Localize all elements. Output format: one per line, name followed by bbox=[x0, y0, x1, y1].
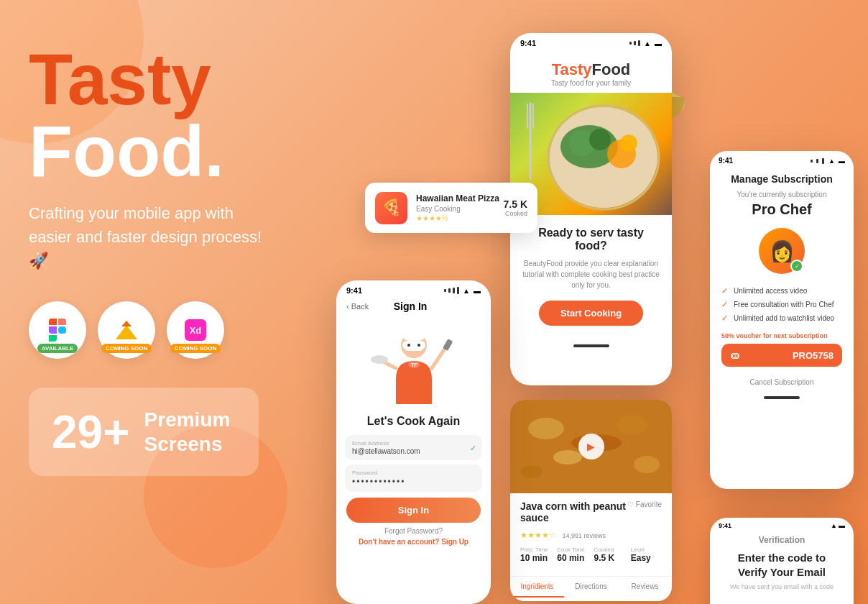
svg-point-5 bbox=[407, 344, 410, 347]
food-app-header: TastyFood Tasty food for your family bbox=[510, 50, 672, 93]
verification-phone: 9:41 ▲ ▬ Verification Enter the code to … bbox=[710, 518, 854, 604]
svg-text:TF: TF bbox=[411, 362, 417, 367]
food-card-name: Hawaiian Meat Pizza bbox=[416, 193, 504, 203]
feature-label-2: Free consultation with Pro Chef bbox=[734, 301, 834, 308]
main-battery-icon: ▬ bbox=[655, 40, 662, 47]
verify-status-bar: 9:41 ▲ ▬ bbox=[710, 518, 854, 531]
video-info: Java corn with peanut sauce ★★★★☆ 14,991… bbox=[510, 493, 672, 570]
xd-badge-label: COMING SOON bbox=[170, 344, 221, 353]
sub-status-bar: 9:41 ▲ ▬ bbox=[710, 151, 854, 168]
cancel-subscription-btn[interactable]: Cancel Subscription bbox=[710, 371, 854, 393]
premium-text: Premium Screens bbox=[144, 408, 231, 456]
hero-title: Tasty Food. bbox=[29, 43, 302, 187]
food-card-info: Hawaiian Meat Pizza Easy Cooking ★★★★½ bbox=[416, 193, 504, 222]
feature-check-icon-1: ✓ bbox=[721, 286, 728, 296]
subscription-phone: 9:41 ▲ ▬ Manage Subscription You're curr… bbox=[710, 151, 854, 489]
main-time: 9:41 bbox=[520, 39, 536, 47]
svg-point-16 bbox=[589, 129, 611, 150]
sub-feature-3: ✓ Unlimited add to watchlist video bbox=[710, 311, 854, 325]
video-stars: ★★★★☆ bbox=[520, 531, 556, 539]
home-indicator bbox=[573, 344, 609, 347]
video-reviews: 14,991 reviews bbox=[562, 532, 606, 539]
sub-home-indicator bbox=[764, 396, 800, 399]
voucher-label: 50% voucher for next subscription bbox=[721, 332, 842, 339]
verify-status-icons: ▲ ▬ bbox=[831, 522, 845, 529]
food-card-category: Easy Cooking bbox=[416, 205, 504, 213]
verify-heading: Enter the code to Verify Your Email bbox=[720, 551, 844, 579]
video-title: Java corn with peanut sauce bbox=[520, 500, 627, 523]
play-button[interactable]: ▶ bbox=[578, 434, 604, 459]
food-card-overlay[interactable]: 🍕 Hawaiian Meat Pizza Easy Cooking ★★★★½… bbox=[365, 183, 537, 233]
svg-line-7 bbox=[432, 347, 446, 368]
signal-bar-3 bbox=[453, 288, 455, 293]
cooked-value: 9.5 K bbox=[594, 553, 625, 563]
sub-voucher-section: 50% voucher for next subscription 🎟 PRO5… bbox=[710, 325, 854, 371]
sub-plan-name: Pro Chef bbox=[710, 201, 854, 218]
figma-badge[interactable]: AVAILABLE bbox=[29, 301, 86, 359]
verify-battery-icon: ▬ bbox=[839, 522, 845, 529]
password-field[interactable]: Password •••••••••••• bbox=[345, 465, 482, 492]
cook-value: 60 min bbox=[557, 553, 588, 563]
svg-point-29 bbox=[634, 456, 660, 473]
favorite-button[interactable]: ♡ Favorite bbox=[627, 500, 662, 508]
level-value: Easy bbox=[631, 553, 662, 563]
svg-point-10 bbox=[371, 355, 388, 364]
sketch-icon bbox=[116, 321, 137, 339]
avatar-badge: ✓ bbox=[790, 260, 803, 273]
tool-badges: AVAILABLE COMING SOON Xd COMING SOON bbox=[29, 301, 302, 359]
status-icons: ▲ ▬ bbox=[444, 287, 481, 295]
app-tagline: Tasty food for your family bbox=[522, 79, 660, 87]
chef-illustration-svg: TF bbox=[371, 325, 457, 404]
app-name-tasty: Tasty bbox=[552, 60, 592, 78]
left-section: Tasty Food. Crafting your mobile app wit… bbox=[0, 0, 331, 604]
svg-rect-2 bbox=[402, 341, 425, 349]
ready-text-section: Ready to serv tasty food? BeautyFood pro… bbox=[510, 215, 672, 337]
cooked-count: Cooked 9.5 K bbox=[594, 546, 625, 563]
video-tabs: Ingridients Directions Reviews bbox=[510, 576, 672, 598]
sub-title: Manage Subscription bbox=[710, 168, 854, 191]
back-button[interactable]: ‹ Back bbox=[346, 302, 369, 311]
sub-time: 9:41 bbox=[719, 157, 733, 165]
prep-value: 10 min bbox=[520, 553, 551, 563]
signin-title: Sign In bbox=[369, 301, 452, 312]
email-field[interactable]: Email Address hi@stellawatson.com ✓ bbox=[345, 435, 482, 460]
main-wifi-icon: ▲ bbox=[644, 40, 651, 47]
cooked-label: Cooked bbox=[594, 546, 625, 553]
start-cooking-button[interactable]: Start Cooking bbox=[539, 301, 643, 326]
premium-box: 29+ Premium Screens bbox=[29, 388, 259, 476]
signup-link-text[interactable]: Sign Up bbox=[441, 538, 468, 546]
sub-status-icons: ▲ ▬ bbox=[810, 157, 845, 165]
lets-cook-text: Let's Cook Again bbox=[336, 415, 491, 428]
video-phone: ▶ Java corn with peanut sauce ★★★★☆ 14,9… bbox=[510, 400, 672, 601]
xd-icon: Xd bbox=[185, 319, 206, 341]
xd-badge[interactable]: Xd COMING SOON bbox=[167, 301, 224, 359]
signal-bar-4 bbox=[457, 287, 459, 294]
signup-prompt: Don't have an account? Sign Up bbox=[336, 538, 491, 546]
voucher-box[interactable]: 🎟 PRO5758 bbox=[721, 344, 842, 367]
svg-rect-4 bbox=[402, 331, 425, 338]
ready-title: Ready to serv tasty food? bbox=[522, 226, 660, 252]
email-label: Email Address bbox=[352, 440, 462, 447]
ready-description: BeautyFood provide you clear explanation… bbox=[522, 258, 660, 290]
food-card-stats: 7.5 K Cooked bbox=[504, 198, 527, 217]
tab-ingredients[interactable]: Ingridients bbox=[510, 577, 564, 598]
verify-title: Verification bbox=[720, 535, 844, 545]
forgot-password-link[interactable]: Forgot Password? bbox=[336, 527, 491, 535]
email-check-icon: ✓ bbox=[470, 443, 476, 452]
verify-content: Verification Enter the code to Verify Yo… bbox=[710, 531, 854, 595]
main-status-bar: 9:41 ▲ ▬ bbox=[510, 33, 672, 50]
verify-sub-text: We have sent you email with a code bbox=[720, 583, 844, 590]
level-label: Level bbox=[631, 546, 662, 553]
premium-number: 29+ bbox=[52, 409, 130, 455]
signin-status-bar: 9:41 ▲ ▬ bbox=[336, 280, 491, 298]
tab-reviews[interactable]: Reviews bbox=[618, 577, 672, 598]
hero-title-line1: Tasty bbox=[29, 43, 302, 115]
svg-point-18 bbox=[620, 134, 637, 152]
sub-battery-icon: ▬ bbox=[839, 157, 845, 165]
cook-time: Cook Time 60 min bbox=[557, 546, 588, 563]
sketch-badge[interactable]: COMING SOON bbox=[98, 301, 155, 359]
signin-button[interactable]: Sign In bbox=[346, 498, 481, 523]
tab-directions[interactable]: Directions bbox=[564, 577, 618, 598]
cook-label: Cook Time bbox=[557, 546, 588, 553]
password-value: •••••••••••• bbox=[352, 477, 405, 487]
